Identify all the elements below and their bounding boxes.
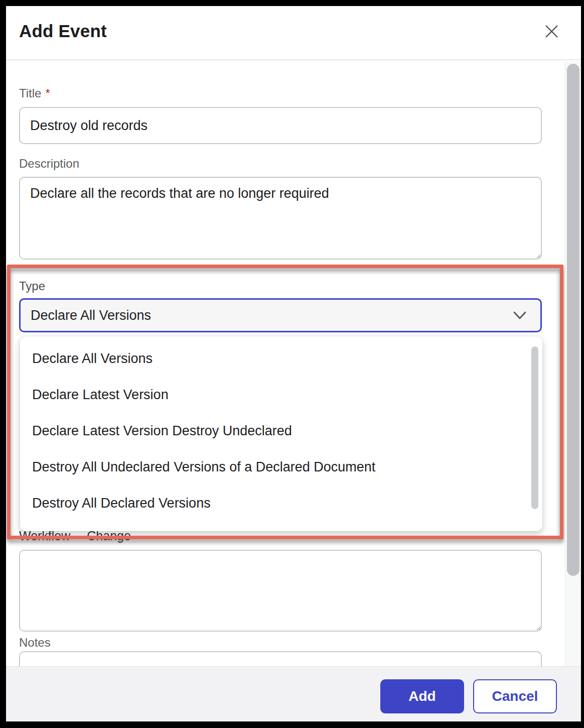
- type-select[interactable]: Declare All Versions: [19, 298, 542, 332]
- dialog-header: Add Event: [6, 6, 581, 60]
- close-button[interactable]: [540, 20, 562, 42]
- add-event-dialog: Add Event Title* Description Declare all…: [6, 6, 581, 721]
- description-textarea[interactable]: Declare all the records that are no long…: [19, 177, 542, 260]
- screenshot-frame: Add Event Title* Description Declare all…: [0, 0, 584, 728]
- description-label-text: Description: [19, 157, 79, 170]
- cancel-button[interactable]: Cancel: [473, 679, 557, 713]
- required-asterisk: *: [45, 86, 50, 100]
- notes-label-text: Notes: [19, 636, 51, 649]
- scrollbar-thumb[interactable]: [567, 64, 579, 576]
- title-label: Title*: [19, 86, 50, 100]
- close-icon: [545, 25, 558, 38]
- type-select-value: Declare All Versions: [31, 308, 151, 323]
- type-option[interactable]: Declare Latest Version Destroy Undeclare…: [20, 413, 542, 449]
- type-label-text: Type: [19, 279, 45, 293]
- add-button[interactable]: Add: [380, 679, 464, 713]
- title-label-text: Title: [19, 86, 41, 100]
- type-label: Type: [19, 279, 45, 293]
- notes-label: Notes: [19, 636, 51, 650]
- type-option[interactable]: Destroy All Declared Versions: [20, 485, 542, 521]
- dialog-footer: Add Cancel: [6, 666, 581, 721]
- type-option[interactable]: Destroy All Undeclared Versions of a Dec…: [20, 449, 542, 485]
- scrollbar-track[interactable]: [565, 61, 581, 666]
- dropdown-scrollbar-thumb[interactable]: [531, 346, 538, 509]
- title-input[interactable]: [19, 107, 542, 144]
- workflow-change-textarea[interactable]: [19, 550, 542, 632]
- type-dropdown-panel: Declare All VersionsDeclare Latest Versi…: [20, 336, 542, 531]
- type-option[interactable]: Declare Latest Version: [20, 377, 542, 413]
- chevron-down-icon: [512, 310, 527, 321]
- dialog-title: Add Event: [19, 21, 107, 41]
- description-label: Description: [19, 157, 79, 171]
- type-option[interactable]: Declare All Versions: [20, 340, 542, 377]
